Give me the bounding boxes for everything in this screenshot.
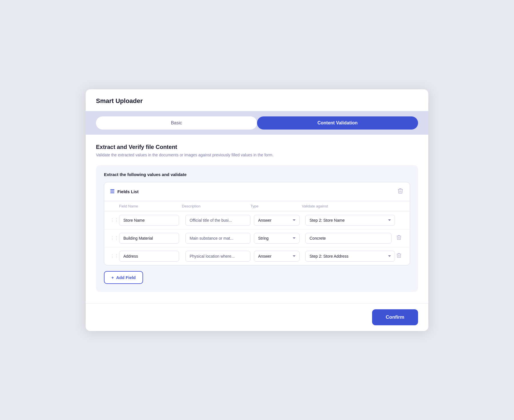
col-header-description: Description (182, 204, 250, 208)
validate-text-input-2[interactable] (305, 233, 391, 244)
modal-container: Smart Uploader Basic Content Validation … (86, 89, 428, 331)
card-label: Extract the following values and validat… (104, 172, 410, 177)
plus-icon: + (111, 275, 114, 280)
validate-select-3[interactable]: Step 2: Store Address (305, 251, 395, 262)
section-description: Validate the extracted values in the doc… (96, 153, 418, 157)
col-header-field-name: Field Name (119, 204, 182, 208)
confirm-button[interactable]: Confirm (372, 309, 418, 325)
fields-list-header: ☰ Fields List (104, 182, 410, 201)
app-title: Smart Uploader (96, 97, 418, 105)
tab-basic[interactable]: Basic (96, 116, 257, 130)
extract-card: Extract the following values and validat… (96, 165, 418, 292)
add-field-button[interactable]: + Add Field (104, 271, 143, 284)
drag-handle-2[interactable]: ⋮⋮ (110, 235, 119, 241)
modal-body: Extract and Verify file Content Validate… (86, 135, 428, 303)
trash-icon (398, 188, 403, 194)
field-desc-input-1[interactable] (185, 215, 250, 226)
field-name-input-3[interactable] (119, 251, 179, 262)
fields-list-delete-button[interactable] (397, 187, 404, 196)
tab-content-validation[interactable]: Content Validation (257, 116, 418, 130)
col-header-type: Type (250, 204, 302, 208)
modal-footer: Confirm (86, 303, 428, 331)
type-select-1[interactable]: Answer String (254, 215, 300, 226)
section-title: Extract and Verify file Content (96, 144, 418, 150)
row-delete-button-2[interactable] (394, 234, 404, 243)
field-desc-input-2[interactable] (185, 233, 250, 244)
drag-handle-1[interactable]: ⋮⋮ (110, 217, 119, 223)
type-select-3[interactable]: Answer String (254, 251, 300, 262)
trash-icon-row3 (397, 253, 401, 258)
drag-handle-3[interactable]: ⋮⋮ (110, 253, 119, 259)
add-field-label: Add Field (116, 275, 136, 280)
table-row: ⋮⋮ String Answer (104, 229, 410, 247)
type-select-2[interactable]: String Answer (254, 233, 300, 244)
trash-icon-row2 (397, 235, 401, 240)
table-column-headers: Field Name Description Type Validate aga… (104, 201, 410, 211)
col-header-validate-against: Validate against (302, 204, 391, 208)
table-row: ⋮⋮ Answer String Step 2: Store Address (104, 247, 410, 265)
fields-list-title: ☰ Fields List (110, 188, 138, 195)
fields-table: ☰ Fields List Field Name Description Typ… (104, 182, 410, 265)
validate-select-1[interactable]: Step 2: Store Name (305, 215, 395, 226)
table-row: ⋮⋮ Answer String Step 2: Store Name (104, 211, 410, 229)
row-delete-button-3[interactable] (394, 252, 404, 261)
modal-header: Smart Uploader (86, 89, 428, 111)
fields-list-label: Fields List (117, 189, 138, 194)
list-icon: ☰ (110, 188, 115, 195)
field-name-input-2[interactable] (119, 233, 179, 244)
field-name-input-1[interactable] (119, 215, 179, 226)
tab-bar: Basic Content Validation (86, 111, 428, 135)
field-desc-input-3[interactable] (185, 251, 250, 262)
